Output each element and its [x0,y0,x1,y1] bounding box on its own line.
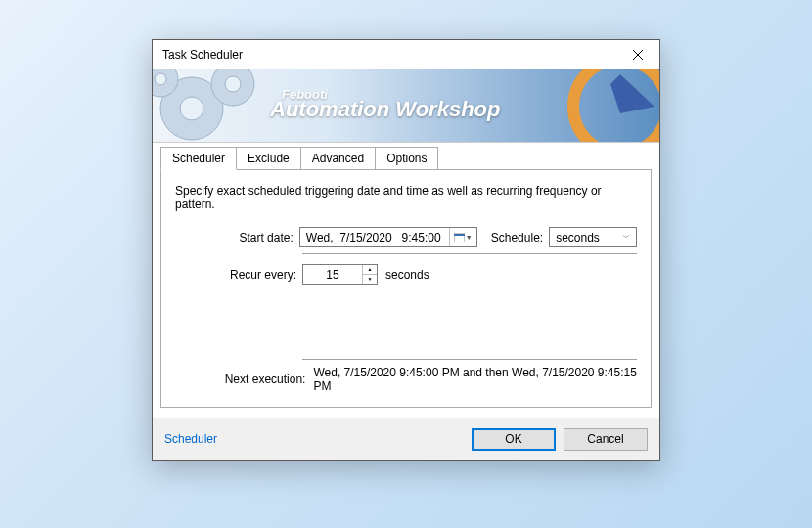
chevron-up-icon: ▲ [368,267,373,272]
chevron-down-icon: ▼ [368,277,373,282]
recur-spinner[interactable]: ▲ ▼ [302,264,378,285]
tab-scheduler[interactable]: Scheduler [160,147,237,170]
divider [302,359,637,360]
spinner-up[interactable]: ▲ [363,265,377,275]
gears-icon [153,69,270,143]
calendar-icon [454,233,465,242]
tab-exclude[interactable]: Exclude [236,147,301,170]
start-date-field[interactable] [300,228,449,246]
window-title: Task Scheduler [162,48,615,62]
close-icon [633,50,643,60]
schedule-value: seconds [556,231,622,244]
recur-every-label: Recur every: [175,268,302,282]
schedule-select[interactable]: seconds ﹀ [549,227,637,247]
task-scheduler-dialog: Task Scheduler Febooti Automation Worksh… [152,39,660,461]
spinner-down[interactable]: ▼ [363,275,377,284]
start-date-label: Start date: [175,231,299,244]
recur-value-input[interactable] [303,265,362,284]
chevron-down-icon: ▼ [466,234,473,241]
next-execution-label: Next execution: [175,373,313,386]
seconds-unit-label: seconds [378,268,429,282]
svg-point-7 [155,73,166,85]
svg-point-3 [180,97,203,120]
panel-description: Specify exact scheduled triggering date … [175,184,637,211]
svg-marker-9 [610,74,654,113]
scheduler-help-link[interactable]: Scheduler [164,432,464,446]
close-button[interactable] [615,40,659,69]
chevron-down-icon: ﹀ [622,232,634,242]
start-date-input[interactable]: ▼ [299,227,477,247]
tab-advanced[interactable]: Advanced [300,147,376,170]
tab-options[interactable]: Options [375,147,438,170]
dialog-footer: Scheduler OK Cancel [153,418,659,460]
clock-icon [562,69,659,143]
schedule-label: Schedule: [477,231,549,244]
svg-rect-11 [454,234,465,236]
banner: Febooti Automation Workshop [153,69,659,143]
cancel-button[interactable]: Cancel [564,428,648,451]
ok-button[interactable]: OK [472,428,556,451]
divider [302,253,637,254]
datepicker-button[interactable]: ▼ [449,228,476,246]
tabstrip: Scheduler Exclude Advanced Options [153,143,659,170]
svg-point-5 [225,76,241,92]
titlebar: Task Scheduler [153,40,659,69]
next-execution-row: Next execution: Wed, 7/15/2020 9:45:00 P… [175,359,637,393]
next-execution-value: Wed, 7/15/2020 9:45:00 PM and then Wed, … [313,366,637,393]
banner-title: Automation Workshop [270,97,500,122]
tab-panel-scheduler: Specify exact scheduled triggering date … [160,169,652,408]
